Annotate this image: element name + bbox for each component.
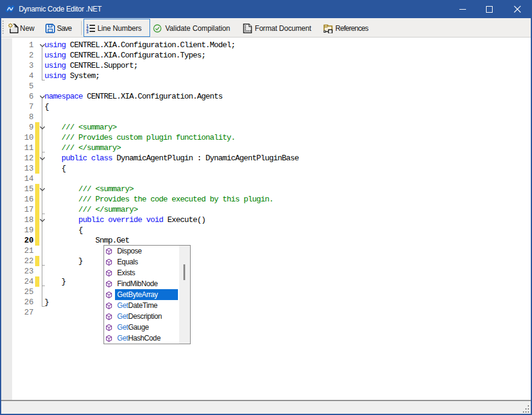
svg-text:3: 3 [87,30,89,34]
